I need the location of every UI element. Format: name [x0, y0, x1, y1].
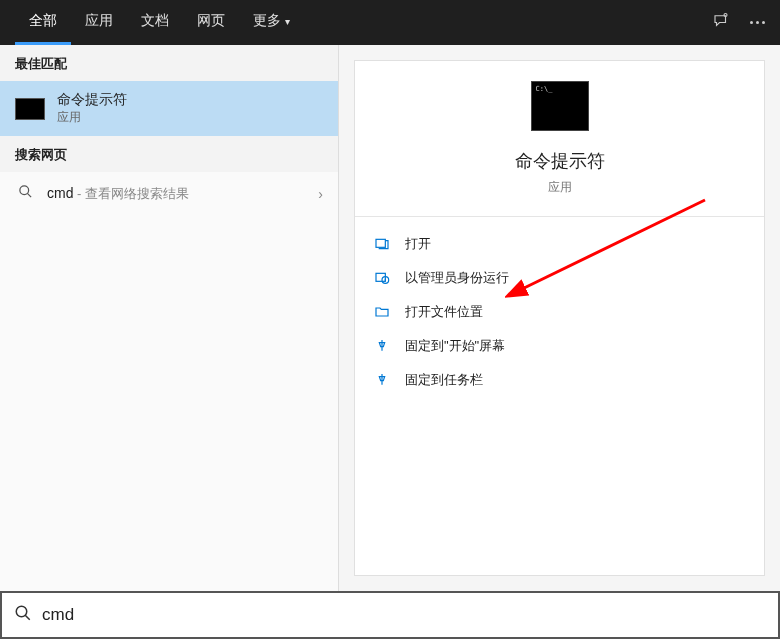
preview-panel: 命令提示符 应用 打开 以管理员身份运行 打开文件位置 固定到: [339, 45, 780, 591]
tab-web[interactable]: 网页: [183, 0, 239, 45]
cmd-large-icon: [531, 81, 589, 131]
svg-rect-3: [376, 239, 385, 247]
tab-docs[interactable]: 文档: [127, 0, 183, 45]
chevron-right-icon: ›: [318, 186, 323, 202]
more-icon[interactable]: [750, 21, 765, 24]
action-pin-start[interactable]: 固定到"开始"屏幕: [355, 329, 764, 363]
search-icon: [15, 184, 35, 203]
action-label: 打开: [405, 235, 431, 253]
svg-line-2: [27, 193, 31, 197]
pin-taskbar-icon: [373, 372, 391, 388]
folder-icon: [373, 304, 391, 320]
result-cmd[interactable]: 命令提示符 应用: [0, 81, 338, 136]
header-bar: 全部 应用 文档 网页 更多 ▾: [0, 0, 780, 45]
preview-title: 命令提示符: [515, 149, 605, 173]
section-web: 搜索网页: [0, 136, 338, 172]
open-icon: [373, 236, 391, 252]
results-panel: 最佳匹配 命令提示符 应用 搜索网页 cmd - 查看网络搜索结果 ›: [0, 45, 339, 591]
search-input[interactable]: [42, 605, 766, 625]
action-open-location[interactable]: 打开文件位置: [355, 295, 764, 329]
tab-more[interactable]: 更多 ▾: [239, 0, 304, 45]
search-bar[interactable]: [0, 591, 780, 639]
pin-start-icon: [373, 338, 391, 354]
web-search-text: cmd - 查看网络搜索结果: [47, 185, 189, 203]
web-search-item[interactable]: cmd - 查看网络搜索结果 ›: [0, 172, 338, 215]
action-label: 以管理员身份运行: [405, 269, 509, 287]
preview-type: 应用: [548, 179, 572, 196]
result-type: 应用: [57, 109, 127, 126]
svg-point-0: [724, 13, 727, 16]
section-best-match: 最佳匹配: [0, 45, 338, 81]
tab-all[interactable]: 全部: [15, 0, 71, 45]
admin-icon: [373, 270, 391, 286]
action-label: 固定到"开始"屏幕: [405, 337, 505, 355]
action-run-admin[interactable]: 以管理员身份运行: [355, 261, 764, 295]
action-label: 固定到任务栏: [405, 371, 483, 389]
svg-point-1: [19, 186, 28, 195]
action-label: 打开文件位置: [405, 303, 483, 321]
tab-apps[interactable]: 应用: [71, 0, 127, 45]
feedback-icon[interactable]: [712, 12, 730, 34]
search-icon: [14, 604, 32, 626]
tab-strip: 全部 应用 文档 网页 更多 ▾: [15, 0, 304, 45]
action-pin-taskbar[interactable]: 固定到任务栏: [355, 363, 764, 397]
action-open[interactable]: 打开: [355, 227, 764, 261]
svg-point-7: [16, 606, 27, 617]
cmd-thumb-icon: [15, 98, 45, 120]
preview-card: 命令提示符 应用 打开 以管理员身份运行 打开文件位置 固定到: [354, 60, 765, 576]
result-title: 命令提示符: [57, 91, 127, 109]
svg-line-8: [25, 615, 30, 620]
